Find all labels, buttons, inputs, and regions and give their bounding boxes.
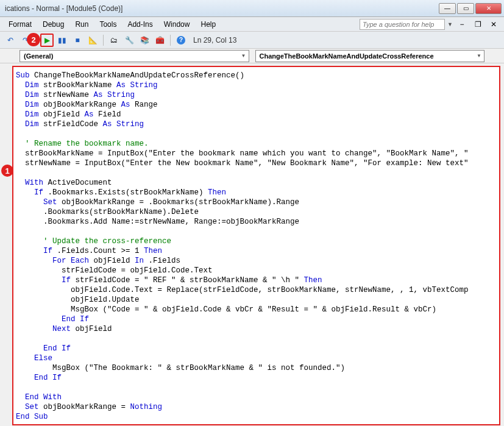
menu-debug[interactable]: Debug	[38, 19, 69, 30]
project-icon: 🗂	[110, 36, 118, 44]
design-mode-button[interactable]: 📐	[86, 34, 99, 47]
object-dropdown[interactable]: (General)	[20, 50, 249, 62]
help-dropdown-icon[interactable]: ▼	[447, 21, 453, 27]
window-controls: — ▭ ✕	[439, 3, 502, 14]
toolbar-separator	[170, 35, 171, 46]
help-search-area: ▼ − ❐ ✕	[360, 18, 500, 31]
cursor-position-status: Ln 29, Col 13	[193, 36, 236, 44]
code-editor[interactable]: Sub ChangeTheBookMarkNameAndUpdateCrossR…	[12, 66, 500, 425]
undo-button[interactable]: ↶	[4, 34, 17, 47]
maximize-button[interactable]: ▭	[457, 3, 474, 14]
titlebar-text: ications - Normal - [Module5 (Code)]	[2, 4, 439, 13]
properties-icon: 🔧	[125, 36, 134, 44]
titlebar: ications - Normal - [Module5 (Code)] — ▭…	[0, 0, 504, 17]
mdi-restore-icon[interactable]: ❐	[471, 18, 484, 31]
minimize-button[interactable]: —	[439, 3, 456, 14]
toolbox-icon: 🧰	[155, 36, 165, 44]
menu-addins[interactable]: Add-Ins	[122, 19, 157, 30]
menubar: Format Debug Run Tools Add-Ins Window He…	[0, 17, 504, 32]
code-content[interactable]: Sub ChangeTheBookMarkNameAndUpdateCrossR…	[16, 71, 497, 422]
code-dropdown-row: (General) ChangeTheBookMarkNameAndUpdate…	[0, 49, 504, 63]
project-explorer-button[interactable]: 🗂	[107, 34, 121, 47]
browser-icon: 📚	[140, 36, 149, 44]
play-icon: ▶	[44, 36, 50, 44]
toolbar-separator	[103, 35, 104, 46]
menu-window[interactable]: Window	[159, 19, 195, 30]
close-button[interactable]: ✕	[475, 3, 502, 14]
menu-run[interactable]: Run	[70, 19, 93, 30]
properties-button[interactable]: 🔧	[122, 34, 136, 47]
help-icon: ?	[177, 36, 185, 44]
object-browser-button[interactable]: 📚	[138, 34, 151, 47]
toolbar: ↶ ↷ 2 ▶ ▮▮ ■ 📐 🗂 🔧 📚 🧰 ? Ln 29, Col 13	[0, 32, 504, 49]
menu-help[interactable]: Help	[196, 19, 221, 30]
run-button[interactable]: ▶	[40, 34, 54, 47]
break-button[interactable]: ▮▮	[55, 34, 69, 47]
mdi-minimize-icon[interactable]: −	[455, 18, 469, 31]
menu-tools[interactable]: Tools	[94, 19, 121, 30]
procedure-dropdown[interactable]: ChangeTheBookMarkNameAndUpdateCrossRefer…	[255, 50, 485, 62]
undo-icon: ↶	[7, 36, 13, 44]
callout-2-badge: 2	[27, 33, 40, 46]
help-button[interactable]: ?	[174, 34, 188, 47]
pause-icon: ▮▮	[58, 36, 66, 44]
callout-1-badge: 1	[1, 165, 13, 177]
reset-button[interactable]: ■	[71, 34, 84, 47]
design-icon: 📐	[88, 36, 98, 44]
menu-format[interactable]: Format	[4, 19, 37, 30]
toolbox-button[interactable]: 🧰	[153, 34, 166, 47]
stop-icon: ■	[75, 36, 79, 44]
mdi-close-icon[interactable]: ✕	[487, 18, 500, 31]
help-search-input[interactable]	[360, 19, 445, 30]
